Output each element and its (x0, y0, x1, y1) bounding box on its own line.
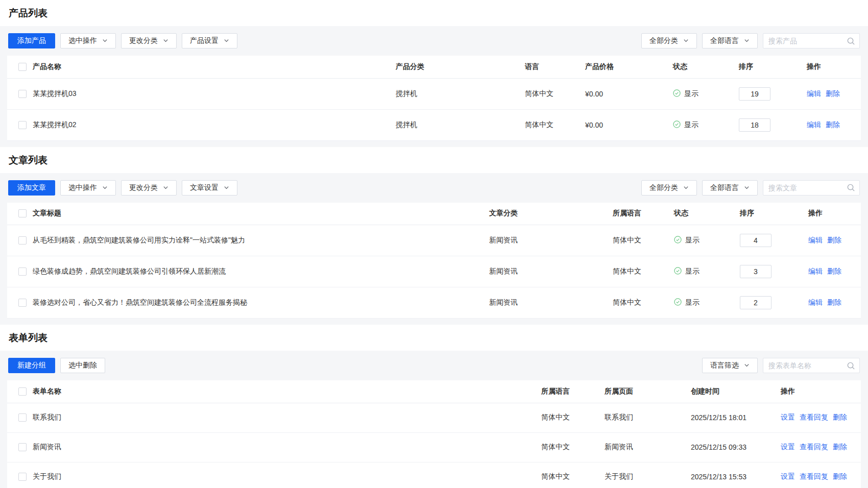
chevron-down-icon (102, 184, 108, 192)
view-replies-link[interactable]: 查看回复 (800, 413, 828, 421)
table-row: 绿色装修成趋势，鼎筑空间建筑装修公司引领环保人居新潮流 新闻资讯 简体中文 显示… (7, 256, 861, 287)
edit-link[interactable]: 编辑 (807, 120, 821, 129)
search-icon[interactable] (846, 361, 859, 370)
dropdown-label: 语言筛选 (710, 361, 739, 370)
add-article-button[interactable]: 添加文章 (8, 180, 55, 196)
product-select-all-checkbox[interactable] (18, 63, 27, 71)
product-change-category-dropdown[interactable]: 更改分类 (121, 33, 177, 48)
row-checkbox[interactable] (18, 267, 27, 276)
sort-input[interactable] (740, 265, 771, 278)
article-title: 绿色装修成趋势，鼎筑空间建筑装修公司引领环保人居新潮流 (33, 256, 489, 287)
product-table-header-row: 产品名称 产品分类 语言 产品价格 状态 排序 操作 (7, 56, 861, 78)
product-language: 简体中文 (525, 78, 585, 109)
form-search-input[interactable] (763, 361, 846, 370)
delete-link[interactable]: 删除 (833, 443, 847, 451)
article-batch-action-dropdown[interactable]: 选中操作 (60, 180, 116, 196)
product-category: 搅拌机 (396, 78, 525, 109)
product-batch-action-dropdown[interactable]: 选中操作 (60, 33, 116, 48)
table-row: 联系我们 简体中文 联系我们 2025/12/15 18:01 设置查看回复删除 (7, 403, 861, 432)
article-language: 简体中文 (613, 256, 674, 287)
chevron-down-icon (744, 37, 750, 45)
chevron-down-icon (163, 37, 168, 45)
dropdown-label: 更改分类 (129, 36, 158, 45)
article-section: 文章列表 添加文章 选中操作 更改分类 文章设置 全部分类 全部语言 (0, 147, 868, 325)
product-settings-dropdown[interactable]: 产品设置 (182, 33, 237, 48)
row-checkbox[interactable] (18, 236, 27, 245)
edit-link[interactable]: 编辑 (807, 89, 821, 97)
delete-link[interactable]: 删除 (827, 236, 841, 244)
product-toolbar: 添加产品 选中操作 更改分类 产品设置 全部分类 全部语言 (7, 33, 861, 48)
article-search-input[interactable] (763, 184, 846, 192)
article-category-filter-dropdown[interactable]: 全部分类 (641, 180, 697, 196)
col-header-status: 状态 (673, 56, 739, 78)
settings-link[interactable]: 设置 (781, 443, 795, 451)
dropdown-label: 更改分类 (129, 183, 158, 192)
form-section-title: 表单列表 (0, 325, 868, 351)
delete-link[interactable]: 删除 (833, 413, 847, 421)
delete-link[interactable]: 删除 (826, 120, 840, 129)
settings-link[interactable]: 设置 (781, 413, 795, 421)
form-language-filter-dropdown[interactable]: 语言筛选 (702, 358, 758, 373)
chevron-down-icon (683, 37, 689, 45)
table-row: 关于我们 简体中文 关于我们 2025/12/13 15:53 设置查看回复删除 (7, 462, 861, 488)
article-title: 从毛坯到精装，鼎筑空间建筑装修公司用实力诠释"一站式装修"魅力 (33, 225, 489, 256)
product-language-filter-dropdown[interactable]: 全部语言 (702, 33, 758, 48)
table-row: 某某搅拌机03 搅拌机 简体中文 ¥0.00 显示 编辑删除 (7, 78, 861, 109)
new-group-button[interactable]: 新建分组 (8, 358, 55, 373)
view-replies-link[interactable]: 查看回复 (800, 472, 828, 480)
product-category-filter-dropdown[interactable]: 全部分类 (641, 33, 697, 48)
sort-input[interactable] (739, 118, 770, 132)
delete-selected-button[interactable]: 选中删除 (60, 358, 105, 373)
edit-link[interactable]: 编辑 (808, 298, 823, 306)
form-toolbar-left: 新建分组 选中删除 (8, 358, 105, 373)
product-price: ¥0.00 (585, 109, 673, 140)
product-toolbar-left: 添加产品 选中操作 更改分类 产品设置 (8, 33, 237, 48)
row-checkbox[interactable] (18, 413, 27, 422)
form-page: 新闻资讯 (605, 432, 691, 462)
sort-input[interactable] (740, 234, 771, 247)
product-table: 产品名称 产品分类 语言 产品价格 状态 排序 操作 某某搅拌机03 搅拌机 简… (7, 56, 861, 141)
add-product-button[interactable]: 添加产品 (8, 33, 55, 48)
check-circle-icon (674, 267, 682, 276)
row-checkbox[interactable] (18, 121, 27, 129)
dropdown-label: 选中操作 (68, 183, 97, 192)
view-replies-link[interactable]: 查看回复 (800, 443, 828, 451)
form-search-box (763, 358, 860, 373)
delete-link[interactable]: 删除 (826, 89, 840, 97)
product-section-title: 产品列表 (0, 0, 868, 26)
search-icon[interactable] (846, 183, 859, 192)
sort-input[interactable] (740, 296, 771, 309)
chevron-down-icon (224, 37, 229, 45)
row-checkbox[interactable] (18, 443, 27, 451)
product-search-box (763, 33, 860, 48)
product-section: 产品列表 添加产品 选中操作 更改分类 产品设置 全部分类 全部语言 (0, 0, 868, 147)
check-circle-icon (674, 298, 682, 307)
article-language: 简体中文 (613, 287, 674, 319)
chevron-down-icon (163, 184, 168, 192)
edit-link[interactable]: 编辑 (808, 267, 823, 275)
product-name: 某某搅拌机02 (33, 109, 396, 140)
article-select-all-checkbox[interactable] (18, 209, 27, 217)
article-language-filter-dropdown[interactable]: 全部语言 (702, 180, 758, 196)
form-language: 简体中文 (541, 432, 605, 462)
row-checkbox[interactable] (18, 90, 27, 98)
dropdown-label: 全部分类 (649, 183, 678, 192)
delete-link[interactable]: 删除 (827, 298, 841, 306)
row-checkbox[interactable] (18, 299, 27, 307)
edit-link[interactable]: 编辑 (808, 236, 823, 244)
product-search-input[interactable] (763, 37, 846, 45)
sort-input[interactable] (739, 87, 770, 101)
settings-link[interactable]: 设置 (781, 472, 795, 480)
form-created: 2025/12/15 09:33 (691, 432, 781, 462)
delete-link[interactable]: 删除 (827, 267, 841, 275)
search-icon[interactable] (846, 37, 859, 45)
delete-link[interactable]: 删除 (833, 472, 847, 480)
product-price: ¥0.00 (585, 78, 673, 109)
row-checkbox[interactable] (18, 473, 27, 481)
form-select-all-checkbox[interactable] (18, 387, 27, 396)
article-change-category-dropdown[interactable]: 更改分类 (121, 180, 177, 196)
article-title: 装修选对公司，省心又省力！鼎筑空间建筑装修公司全流程服务揭秘 (33, 287, 489, 319)
article-settings-dropdown[interactable]: 文章设置 (182, 180, 237, 196)
form-page: 联系我们 (605, 403, 691, 432)
col-header-language: 所属语言 (613, 203, 674, 225)
